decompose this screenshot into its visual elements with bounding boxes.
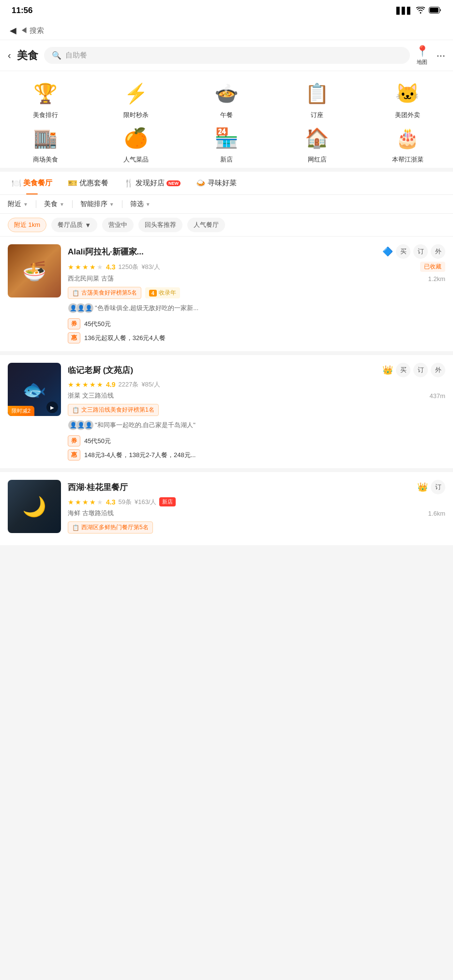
card-top-alali: 🍜 Alali阿拉礼·新疆家... 🔷买订外 ★★★★★ 4.3 1250条 ¥… bbox=[8, 244, 445, 343]
category-item-mall-food[interactable]: 🏬 商场美食 bbox=[0, 123, 91, 164]
status-icons: ▋▋▋ bbox=[396, 7, 441, 15]
coupon-tag-hui-linji: 惠 bbox=[68, 449, 80, 460]
battery-icon bbox=[429, 7, 441, 15]
tab-discover[interactable]: 🍴发现好店NEW bbox=[116, 172, 188, 194]
svg-rect-1 bbox=[430, 8, 438, 13]
action-crown-alali: 🔷 bbox=[382, 246, 393, 257]
restaurant-card-alali[interactable]: 🍜 Alali阿拉礼·新疆家... 🔷买订外 ★★★★★ 4.3 1250条 ¥… bbox=[0, 237, 453, 355]
search-bar[interactable]: 🔍 自助餐 bbox=[44, 47, 410, 64]
star-2: ★ bbox=[75, 263, 81, 271]
category-item-new-store[interactable]: 🏪 新店 bbox=[181, 123, 272, 164]
action-crown-xhugf: 👑 bbox=[417, 482, 428, 492]
price-per-linji: ¥85/人 bbox=[141, 380, 160, 389]
filter-arrow-nearby: ▼ bbox=[23, 202, 28, 207]
restaurant-name-xhugf: 西湖·桂花里餐厅 bbox=[68, 482, 413, 493]
star-4: ★ bbox=[90, 263, 96, 271]
category-item-lunch[interactable]: 🍲 午餐 bbox=[181, 79, 272, 119]
category-label-flash-sale: 限时秒杀 bbox=[123, 111, 149, 119]
category-grid: 🏆 美食排行 ⚡ 限时秒杀 🍲 午餐 📋 订座 🐱 美团外卖 🏬 商场美食 🍊 … bbox=[0, 71, 453, 168]
chip-label-returning: 回头客推荐 bbox=[145, 221, 176, 228]
distance-xhugf: 1.6km bbox=[428, 510, 445, 517]
category-label-popular-dish: 人气菜品 bbox=[123, 155, 149, 164]
rating-row-alali: ★★★★★ 4.3 1250条 ¥83/人 已收藏 bbox=[68, 262, 445, 272]
map-button[interactable]: 📍 地图 bbox=[416, 45, 429, 66]
rating-num-alali: 4.3 bbox=[106, 263, 115, 271]
search-hint-bar[interactable]: ◀ ◀ 搜索 bbox=[0, 21, 453, 40]
more-button[interactable]: ··· bbox=[437, 49, 445, 62]
category-icon-meituan: 🐱 bbox=[393, 79, 422, 108]
chip-label-distance: 附近 1km bbox=[14, 221, 40, 228]
location-row-xhugf: 海鲜 古墩路沿线 1.6km bbox=[68, 509, 445, 518]
card-info-linji: 临记老厨 (文苑店) 👑买订外 ★★★★★ 4.9 2227条 ¥85/人 浙菜… bbox=[68, 363, 445, 460]
action-btn-买-alali[interactable]: 买 bbox=[396, 244, 410, 259]
restaurant-list: 🍜 Alali阿拉礼·新疆家... 🔷买订外 ★★★★★ 4.3 1250条 ¥… bbox=[0, 237, 453, 549]
tab-label-restaurant: 美食餐厅 bbox=[23, 178, 52, 188]
card-image-alali: 🍜 bbox=[8, 244, 61, 297]
action-btn-外-linji[interactable]: 外 bbox=[431, 363, 445, 377]
action-btn-订-linji[interactable]: 订 bbox=[413, 363, 428, 377]
category-item-flash-sale[interactable]: ⚡ 限时秒杀 bbox=[91, 79, 181, 119]
chip-returning[interactable]: 回头客推荐 bbox=[138, 218, 182, 232]
tab-deals[interactable]: 🎫优惠套餐 bbox=[60, 172, 116, 194]
coupon-tag-hui-alali: 惠 bbox=[68, 332, 80, 343]
category-item-food-rank[interactable]: 🏆 美食排行 bbox=[0, 79, 91, 119]
filter-food-type[interactable]: 美食▼ bbox=[44, 200, 64, 208]
filter-sort[interactable]: 智能排序▼ bbox=[80, 200, 114, 208]
rating-row-linji: ★★★★★ 4.9 2227条 ¥85/人 bbox=[68, 380, 445, 389]
rating-num-linji: 4.9 bbox=[106, 381, 115, 388]
review-text-alali: "色香味俱全,超级无敌好吃的一家新... bbox=[95, 304, 445, 312]
category-item-internet-store[interactable]: 🏠 网红店 bbox=[272, 123, 362, 164]
category-icon-mall-food: 🏬 bbox=[31, 123, 60, 152]
location-tags-alali: 西北民间菜 古荡 bbox=[68, 274, 114, 283]
chip-distance[interactable]: 附近 1km bbox=[8, 218, 46, 232]
header-back-button[interactable]: ‹ bbox=[8, 50, 11, 61]
play-button-linji[interactable]: ▶ bbox=[46, 401, 58, 413]
tab-badge-discover: NEW bbox=[166, 180, 181, 186]
review-snippet-linji: 👤 👤 👤 "和同事一起吃的,自己家是千岛湖人" bbox=[68, 420, 445, 431]
search-input[interactable]: 自助餐 bbox=[65, 51, 87, 60]
chip-quality[interactable]: 餐厅品质▼ bbox=[51, 218, 97, 232]
category-icon-bengbang: 🎂 bbox=[393, 123, 422, 152]
category-label-booking: 订座 bbox=[311, 111, 323, 119]
coupon-text-2-linji: 148元3-4人餐，138元2-7人餐，248元... bbox=[84, 451, 196, 460]
action-btn-外-alali[interactable]: 外 bbox=[431, 244, 445, 259]
category-icon-booking: 📋 bbox=[302, 79, 332, 108]
category-item-bengbang[interactable]: 🎂 本帮江浙菜 bbox=[362, 123, 453, 164]
chip-open[interactable]: 营业中 bbox=[102, 218, 134, 232]
action-crown-linji: 👑 bbox=[382, 365, 393, 375]
card-actions-linji: 👑买订外 bbox=[382, 363, 445, 377]
category-item-meituan[interactable]: 🐱 美团外卖 bbox=[362, 79, 453, 119]
category-item-popular-dish[interactable]: 🍊 人气菜品 bbox=[91, 123, 181, 164]
chip-arrow-quality: ▼ bbox=[85, 222, 91, 229]
filter-nearby[interactable]: 附近▼ bbox=[8, 200, 28, 208]
tab-taste[interactable]: 🍛寻味好菜 bbox=[188, 172, 244, 194]
action-btn-买-linji[interactable]: 买 bbox=[396, 363, 410, 377]
action-btn-订-alali[interactable]: 订 bbox=[413, 244, 428, 259]
category-item-booking[interactable]: 📋 订座 bbox=[272, 79, 362, 119]
map-icon: 📍 bbox=[416, 45, 429, 58]
action-btn-订-xhugf[interactable]: 订 bbox=[431, 480, 445, 494]
food-emoji-alali: 🍜 bbox=[8, 244, 61, 297]
filter-arrow-food-type: ▼ bbox=[60, 202, 64, 207]
category-icon-internet-store: 🏠 bbox=[302, 123, 332, 152]
card-image-linji: 🐟 ▶限时减2 bbox=[8, 363, 61, 416]
category-label-meituan: 美团外卖 bbox=[395, 111, 420, 119]
coupon-row-1-alali: 券 45代50元 bbox=[68, 318, 445, 329]
coupon-text-1-linji: 45代50元 bbox=[84, 437, 111, 445]
chip-label-open: 营业中 bbox=[108, 221, 127, 228]
filter-more-filter[interactable]: 筛选▼ bbox=[130, 200, 151, 208]
restaurant-card-xhugf[interactable]: 🌙 西湖·桂花里餐厅 👑订 ★★★★★ 4.3 59条 ¥163/人 新店 海 bbox=[0, 472, 453, 549]
card-top-xhugf: 🌙 西湖·桂花里餐厅 👑订 ★★★★★ 4.3 59条 ¥163/人 新店 海 bbox=[8, 480, 445, 537]
card-actions-alali: 🔷买订外 bbox=[382, 244, 445, 259]
tab-restaurant[interactable]: 🍽️美食餐厅 bbox=[4, 172, 60, 194]
chip-popular-r[interactable]: 人气餐厅 bbox=[187, 218, 225, 232]
card-title-row-xhugf: 西湖·桂花里餐厅 👑订 bbox=[68, 480, 445, 494]
star-2: ★ bbox=[75, 498, 81, 506]
location-row-alali: 西北民间菜 古荡 1.2km bbox=[68, 274, 445, 283]
star-5: ★ bbox=[97, 381, 103, 388]
category-icon-popular-dish: 🍊 bbox=[121, 123, 151, 152]
back-icon[interactable]: ◀ bbox=[10, 25, 16, 36]
avatar-3: 👤 bbox=[83, 420, 94, 431]
restaurant-card-linji[interactable]: 🐟 ▶限时减2 临记老厨 (文苑店) 👑买订外 ★★★★★ 4.9 2227条 … bbox=[0, 355, 453, 472]
rank-icon-alali: 📋 bbox=[72, 290, 79, 297]
